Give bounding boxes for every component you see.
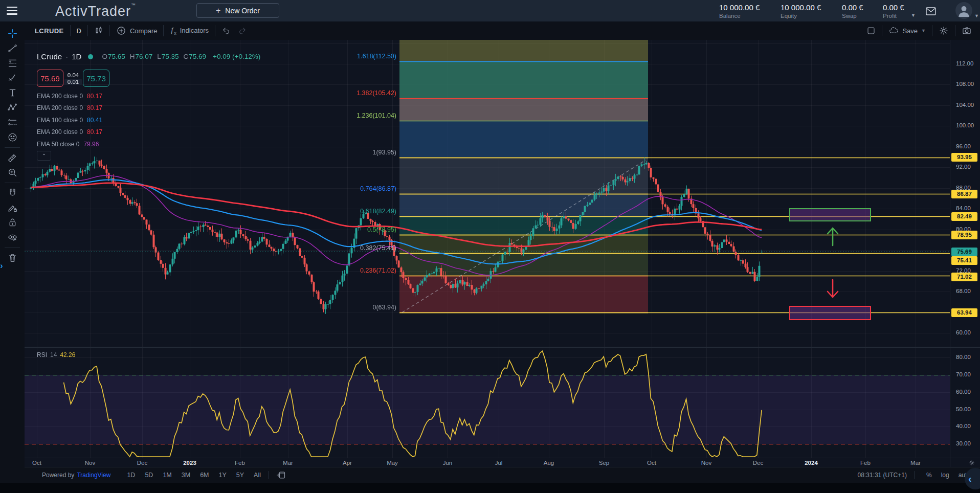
new-order-button[interactable]: + New Order [196,3,279,18]
percent-scale-button[interactable]: % [926,472,932,479]
price-line-badge[interactable]: 75.41 [951,256,977,265]
ema-value: 80.17 [87,93,102,100]
accounts-chevron-down-icon[interactable]: ▼ [911,13,916,18]
price-axis[interactable]: 112.00108.00104.00100.0096.0092.0088.008… [950,40,980,458]
redo-button[interactable] [238,26,247,35]
month-label[interactable]: Mar [904,460,927,466]
compare-button[interactable]: Compare [116,26,157,36]
menu-icon[interactable] [7,7,17,15]
legend-collapse-button[interactable]: ⌃ [37,151,51,161]
price-line-badge[interactable]: 86.87 [951,190,977,198]
fib-level-label: 0.382(75.41) [360,244,396,252]
ruler-tool[interactable] [4,150,21,165]
buy-ask-button[interactable]: 75.73 [83,70,109,87]
month-label[interactable]: Dec [131,460,153,466]
chart-settings-button[interactable] [939,26,949,36]
down-arrow-icon[interactable] [824,278,841,302]
magnet-tool[interactable] [4,186,21,200]
buy-target-box[interactable] [789,208,871,221]
brush-tool[interactable] [4,71,21,85]
indicators-button[interactable]: ƒx Indicators [170,26,209,36]
text-tool[interactable] [4,85,21,100]
range-6m-button[interactable]: 6M [200,472,209,479]
ema-legend-row[interactable]: EMA 200 close 080.17 [37,90,102,102]
sell-target-box[interactable] [789,306,871,320]
go-to-date-button[interactable] [276,470,286,480]
price-line-badge[interactable]: 78.95 [951,231,977,239]
axis-settings-corner[interactable] [950,458,980,467]
year-label[interactable]: 2024 [800,460,822,466]
pane-separator[interactable] [25,347,980,348]
month-label[interactable]: Feb [854,460,877,466]
month-label[interactable]: Sep [593,460,615,466]
ema-legend-row[interactable]: EMA 200 close 080.17 [37,126,102,139]
ema-legend-row[interactable]: EMA 100 close 080.41 [37,114,102,126]
symbol-button[interactable]: LCRUDE [35,27,64,35]
month-label[interactable]: Dec [747,460,769,466]
month-label[interactable]: Oct [26,460,48,466]
time-axis[interactable]: OctNovDec2023FebMarAprMayJunJulAugSepOct… [25,458,950,467]
avatar-chevron-down-icon[interactable]: ▼ [974,13,979,18]
range-1m-button[interactable]: 1M [163,472,171,479]
emoji-tool[interactable] [4,130,21,145]
price-line-badge[interactable]: 93.95 [951,153,977,162]
legend-symbol[interactable]: LCrude [37,52,62,61]
range-all-button[interactable]: All [254,472,261,479]
chart-style-button[interactable] [94,26,103,35]
month-label[interactable]: Jun [436,460,459,466]
session-clock[interactable]: 08:31:31 (UTC+1) [858,472,907,479]
price-line-badge[interactable]: 71.02 [951,273,977,281]
range-5y-button[interactable]: 5Y [236,472,244,479]
ema-value: 80.17 [87,104,102,111]
zoom-in-icon [7,167,18,178]
trend-line-tool[interactable] [4,41,21,56]
sell-bid-button[interactable]: 75.69 [37,70,63,87]
month-label[interactable]: Aug [538,460,560,466]
month-label[interactable]: May [381,460,404,466]
price-line-badge[interactable]: 63.94 [951,308,977,317]
range-5d-button[interactable]: 5D [145,472,153,479]
price-chart-canvas[interactable] [25,40,950,458]
month-label[interactable]: Feb [229,460,251,466]
month-label[interactable]: Mar [277,460,299,466]
tradingview-link[interactable]: TradingView [77,472,110,479]
forecast-tool[interactable] [4,115,21,130]
fib-level-label: 0.764(86.87) [360,185,396,192]
up-arrow-icon[interactable] [824,225,841,250]
layout-select-button[interactable] [866,26,876,35]
zoom-in-tool[interactable] [4,165,21,180]
fib-retracement-tool[interactable] [4,56,21,71]
month-label[interactable]: Oct [640,460,663,466]
month-label[interactable]: Apr [336,460,359,466]
month-label[interactable]: Nov [79,460,101,466]
range-1y-button[interactable]: 1Y [219,472,227,479]
xabcd-pattern-tool[interactable] [4,100,21,115]
month-label[interactable]: Nov [695,460,718,466]
price-line-badge[interactable]: 75.69 [951,248,977,256]
powered-by-label: Powered by [42,472,74,479]
save-layout-button[interactable]: Save ▼ [888,26,926,36]
lock-tool[interactable] [4,215,21,230]
price-tick: 92.00 [956,164,971,170]
drawing-lock-tool[interactable] [4,200,21,215]
interval-button[interactable]: D [77,27,81,35]
month-label[interactable]: Jul [487,460,510,466]
year-label[interactable]: 2023 [179,460,201,466]
crosshair-tool[interactable] [4,26,21,41]
emoji-icon [7,132,18,143]
balance-field: 10 000.00 €Balance [719,3,760,19]
price-line-badge[interactable]: 82.49 [951,212,977,221]
ema-legend-row[interactable]: EMA 50 close 079.96 [37,138,102,150]
ema-legend-row[interactable]: EMA 200 close 080.17 [37,102,102,115]
screenshot-button[interactable] [962,26,972,36]
text-icon [7,87,18,98]
log-scale-button[interactable]: log [941,472,949,479]
undo-button[interactable] [221,26,231,35]
range-1d-button[interactable]: 1D [127,472,135,479]
mail-icon[interactable] [925,5,937,16]
watchlist-expand-chevron-icon[interactable]: › [0,260,7,272]
trend-line-icon [7,43,18,54]
avatar[interactable] [955,2,972,19]
eye-tool[interactable] [4,230,21,245]
range-3m-button[interactable]: 3M [182,472,190,479]
